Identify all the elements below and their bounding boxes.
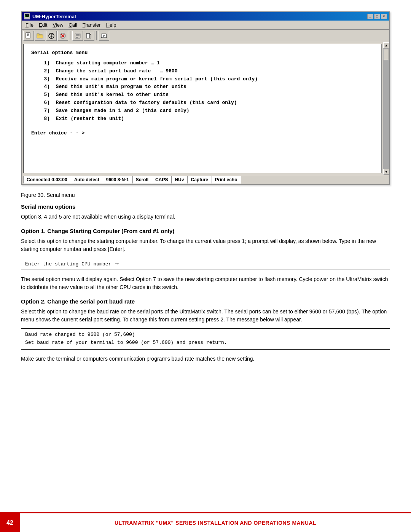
section1-heading: Serial menu options	[21, 203, 390, 210]
toolbar-properties[interactable]	[72, 31, 83, 41]
toolbar-connect[interactable]	[46, 31, 57, 41]
baud-message-line2: Set baud rate of your terminal to 9600 (…	[25, 339, 386, 347]
section2-body1: Select this option to change the startin…	[21, 237, 390, 253]
toolbar	[22, 30, 389, 42]
terminal-menu-heading: Serial options menu	[31, 50, 374, 56]
toolbar-new[interactable]	[23, 31, 34, 41]
toolbar-open[interactable]	[35, 31, 45, 41]
status-autodetect: Auto detect	[71, 176, 103, 184]
maximize-button[interactable]: □	[374, 14, 380, 19]
svg-rect-18	[76, 35, 80, 36]
svg-marker-21	[90, 34, 91, 38]
menu-view[interactable]: View	[50, 21, 65, 29]
menu-call[interactable]: Call	[66, 21, 79, 29]
app-icon: C:\>	[24, 13, 30, 19]
cpu-prompt-arrow: →	[115, 260, 119, 267]
page-number: 42	[0, 513, 20, 532]
scroll-track[interactable]	[383, 48, 389, 169]
status-caps: CAPS	[152, 176, 171, 184]
window-title: UM-HyperTerminal	[32, 14, 76, 19]
statusbar: Connected 0:03:00 Auto detect 9600 8-N-1…	[22, 175, 389, 184]
status-connected: Connected 0:03:00	[23, 176, 71, 184]
page-footer: 42 ULTRAMATRIX "UMX" SERIES INSTALLATION…	[0, 512, 411, 532]
cpu-prompt-label: Enter the starting CPU number	[25, 261, 111, 267]
section3-body1: Select this option to change the baud ra…	[21, 308, 390, 324]
section1-body: Option 3, 4 and 5 are not available when…	[21, 213, 390, 221]
minimize-button[interactable]: _	[367, 14, 373, 19]
menubar: File Edit View Call Transfer Help	[22, 21, 389, 30]
status-scroll: Scroll	[132, 176, 152, 184]
list-item: 1) Change starting computer number … 1 2…	[35, 59, 374, 123]
svg-rect-19	[76, 37, 78, 38]
baud-message-box: Baud rate changed to 9600 (or 57,600) Se…	[21, 328, 390, 350]
status-baud: 9600 8-N-1	[103, 176, 132, 184]
section2-body2: The serial option menu will display agai…	[21, 275, 390, 291]
window-controls[interactable]: _ □ ×	[367, 14, 387, 19]
titlebar: C:\> UM-HyperTerminal _ □ ×	[22, 12, 389, 21]
status-nuv: NUv	[171, 176, 187, 184]
scroll-down-button[interactable]: ▼	[383, 169, 389, 175]
section3-body2: Make sure the terminal or computers comm…	[21, 355, 390, 363]
terminal-prompt: Enter choice - - >	[31, 130, 374, 136]
menu-transfer[interactable]: Transfer	[80, 21, 103, 29]
status-printecho: Print echo	[212, 176, 241, 184]
toolbar-separator-2	[96, 31, 97, 40]
terminal-wrapper: Serial options menu 1) Change starting c…	[22, 42, 389, 175]
terminal-menu-list: 1) Change starting computer number … 1 2…	[35, 59, 374, 123]
baud-message-line1: Baud rate changed to 9600 (or 57,600)	[25, 331, 386, 339]
svg-rect-20	[86, 34, 90, 38]
scroll-thumb[interactable]	[384, 49, 389, 60]
scrollbar[interactable]: ▲ ▼	[383, 42, 389, 175]
close-button[interactable]: ×	[381, 14, 387, 19]
footer-text: ULTRAMATRIX "UMX" SERIES INSTALLATION AN…	[20, 520, 411, 526]
menu-help[interactable]: Help	[104, 21, 119, 29]
hyperterminal-window: C:\> UM-HyperTerminal _ □ × File Edit Vi…	[21, 11, 390, 185]
svg-rect-17	[76, 34, 80, 35]
section3-heading: Option 2. Change the serial port baud ra…	[21, 298, 390, 305]
status-capture: Capture	[187, 176, 211, 184]
scroll-up-button[interactable]: ▲	[383, 42, 389, 48]
section2-heading: Option 1. Change Starting Computer (From…	[21, 228, 390, 234]
toolbar-disconnect[interactable]	[57, 31, 68, 41]
svg-rect-10	[37, 34, 39, 35]
svg-text:C:\>: C:\>	[25, 15, 30, 17]
figure-caption: Figure 30. Serial menu	[21, 192, 390, 198]
toolbar-send-file[interactable]	[84, 31, 94, 41]
toolbar-capture[interactable]	[99, 31, 109, 41]
toolbar-separator-1	[70, 31, 70, 40]
menu-edit[interactable]: Edit	[37, 21, 49, 29]
cpu-prompt-box: Enter the starting CPU number →	[21, 258, 390, 270]
svg-rect-9	[37, 35, 43, 38]
terminal-display[interactable]: Serial options menu 1) Change starting c…	[23, 44, 382, 173]
menu-file[interactable]: File	[23, 21, 36, 29]
